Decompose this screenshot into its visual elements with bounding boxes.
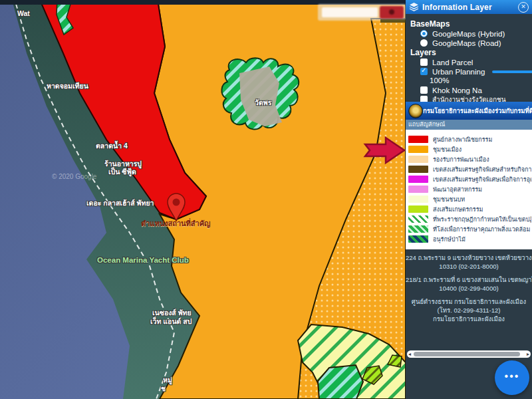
radio-icon[interactable] <box>420 39 428 47</box>
layer-item-land-parcel[interactable]: Land Parcel <box>420 58 473 66</box>
search-bar-shadow <box>380 19 406 23</box>
legend-swatch <box>408 205 428 213</box>
scroll-left-icon[interactable]: ◂ <box>408 351 411 357</box>
contact-line: (โทร. 02-299-4311-12) <box>406 306 532 315</box>
legend-swatch <box>408 225 428 233</box>
panel-title: Information Layer <box>422 3 492 12</box>
basemap-option-label: GoogleMaps (Road) <box>432 39 501 47</box>
legend-item: ชุมชนชนบท <box>406 194 532 204</box>
radio-icon[interactable] <box>420 30 428 37</box>
legend-label: ที่โล่งเพื่อการรักษาคุณภาพสิ่งแวดล้อม <box>433 225 530 234</box>
legend-swatch <box>408 156 428 163</box>
contact-line: กรมโยธาธิการและผังเมือง <box>406 315 532 323</box>
legend-item: เขตส่งเสริมเศรษฐกิจพิเศษสำหรับกิจการพิเศ… <box>406 164 532 174</box>
opacity-value: 100% <box>430 76 449 84</box>
legend-label: อนุรักษ์ป่าไม้ <box>433 235 466 244</box>
legend-item: ชุมชนเมือง <box>406 144 532 154</box>
layers-heading: Layers <box>410 48 436 57</box>
department-banner-text: กรมโยธาธิการและผังเมืองร่วมกับกรมที่ดิน <box>423 106 532 116</box>
app-window: Wat หาดจอมเทียน ตลาดน้ำ 4 ร้านอาหารปู เป… <box>0 0 532 399</box>
contact-line: 10310 (02-201-8000) <box>406 262 532 271</box>
legend-item: ที่โล่งเพื่อการรักษาคุณภาพสิ่งแวดล้อม <box>406 224 532 234</box>
legend-list: ศูนย์กลางพาณิชยกรรมชุมชนเมืองรองรับการพั… <box>406 130 532 249</box>
layers-icon <box>409 3 419 11</box>
legend-label: ชุมชนชนบท <box>433 195 465 204</box>
department-banner: กรมโยธาธิการและผังเมืองร่วมกับกรมที่ดิน <box>406 102 532 120</box>
legend-item: ที่พระราชกฤษฎีกากำหนดให้เป็นเขตปฏิรูปที่… <box>406 214 532 224</box>
search-input[interactable] <box>322 7 378 17</box>
legend-item: ส่งเสริมเกษตรกรรม <box>406 204 532 214</box>
legend-label: เขตส่งเสริมเศรษฐกิจพิเศษเพื่อกิจการอุตสา… <box>433 175 531 184</box>
legend-item: ศูนย์กลางพาณิชยกรรม <box>406 134 532 144</box>
checkbox-icon[interactable] <box>420 59 428 66</box>
scrollbar-thumb[interactable] <box>414 352 520 356</box>
legend-item: พัฒนาอุตสาหกรรม <box>406 184 532 194</box>
legend-swatch <box>408 235 428 243</box>
more-dots-icon: ••• <box>505 370 520 382</box>
opacity-slider[interactable] <box>492 70 532 73</box>
legend-label: ที่พระราชกฤษฎีกากำหนดให้เป็นเขตปฏิรูปที่… <box>433 215 531 224</box>
layer-item-urban-planning[interactable]: Urban Planning <box>420 67 527 76</box>
layer-item-label: Khok Nong Na <box>432 86 482 94</box>
more-options-fab[interactable]: ••• <box>495 360 529 395</box>
layer-item-label: Urban Planning <box>432 68 485 76</box>
search-button[interactable] <box>380 6 404 19</box>
legend-title-bar: แถบสัญลักษณ์ <box>406 120 532 130</box>
checkbox-icon[interactable] <box>420 86 428 94</box>
legend-swatch <box>408 196 428 203</box>
legend-label: เขตส่งเสริมเศรษฐกิจพิเศษสำหรับกิจการพิเศ… <box>433 165 531 174</box>
basemap-option-road[interactable]: GoogleMaps (Road) <box>420 39 501 47</box>
contact-line: 10400 (02-299-4000) <box>406 284 532 293</box>
checkbox-icon[interactable] <box>420 68 428 75</box>
legend-label: ศูนย์กลางพาณิชยกรรม <box>433 135 492 144</box>
scroll-right-icon[interactable]: ▸ <box>527 351 529 357</box>
legend-label: ชุมชนเมือง <box>433 145 462 154</box>
department-seal-icon <box>408 104 423 118</box>
layer-item-khok-nong-na[interactable]: Khok Nong Na <box>420 86 482 94</box>
legend-swatch <box>408 186 428 193</box>
contact-line: 218/1 ถ.พระรามที่ 6 แขวงสามเสนใน เขตพญาไ… <box>406 275 532 284</box>
basemap-option-hybrid[interactable]: GoogleMaps (Hybrid) <box>420 29 505 38</box>
legend-label: พัฒนาอุตสาหกรรม <box>433 185 482 194</box>
search-bar[interactable] <box>318 4 406 21</box>
legend-item: รองรับการพัฒนาเมือง <box>406 154 532 164</box>
map-zoning-graphics <box>0 0 406 399</box>
legend-item: เขตส่งเสริมเศรษฐกิจพิเศษเพื่อกิจการอุตสา… <box>406 174 532 184</box>
information-layer-panel: Information Layer ✕ BaseMaps GoogleMaps … <box>406 0 532 399</box>
basemap-option-label: GoogleMaps (Hybrid) <box>432 30 505 38</box>
basemaps-heading: BaseMaps <box>410 19 450 29</box>
legend-swatch <box>408 215 428 223</box>
layer-item-label: Land Parcel <box>432 59 473 66</box>
panel-header: Information Layer ✕ <box>406 0 532 14</box>
layer-controls: BaseMaps GoogleMaps (Hybrid) GoogleMaps … <box>406 14 532 102</box>
contact-info: 224 ถ.พระราม 9 แขวงห้วยขวาง เขตห้วยขวาง … <box>406 249 532 349</box>
legend-item: อนุรักษ์ป่าไม้ <box>406 234 532 244</box>
legend-swatch <box>408 146 428 153</box>
legend-swatch <box>408 166 428 173</box>
close-icon[interactable]: ✕ <box>518 2 529 13</box>
legend-swatch <box>408 136 428 143</box>
legend-swatch <box>408 176 428 183</box>
legend-label: รองรับการพัฒนาเมือง <box>433 155 489 164</box>
map-canvas[interactable]: Wat หาดจอมเทียน ตลาดน้ำ 4 ร้านอาหารปู เป… <box>0 0 406 399</box>
contact-line: ศูนย์ดำรงธรรม กรมโยธาธิการและผังเมือง <box>406 297 532 306</box>
contact-line: 224 ถ.พระราม 9 แขวงห้วยขวาง เขตห้วยขวาง … <box>406 253 532 262</box>
legend-label: ส่งเสริมเกษตรกรรม <box>433 205 483 214</box>
horizontal-scrollbar[interactable]: ◂ ▸ <box>407 350 531 358</box>
